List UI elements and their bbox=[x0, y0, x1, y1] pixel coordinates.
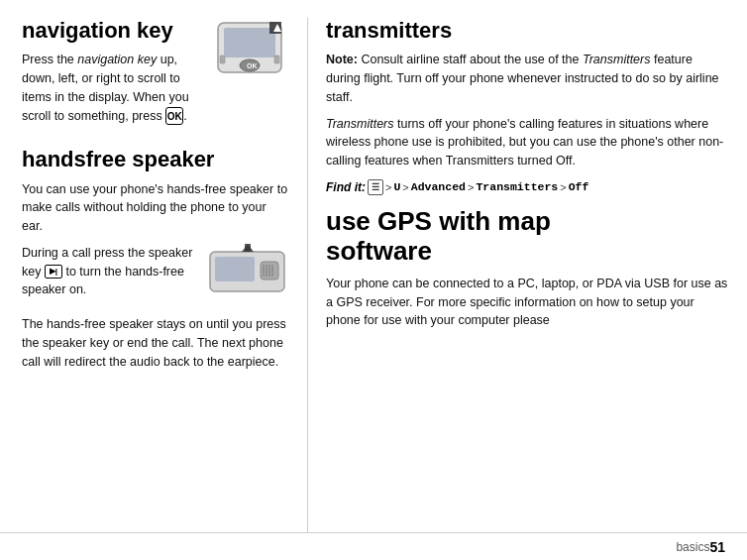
arrow4: > bbox=[560, 179, 566, 197]
nav-key-para-prefix: Press the bbox=[22, 53, 77, 66]
nav-key-section: navigation key Press the navigation key … bbox=[22, 18, 289, 133]
svg-rect-9 bbox=[215, 257, 255, 281]
page-label: basics bbox=[676, 540, 709, 554]
transmitters-title: transmitters bbox=[326, 18, 729, 43]
find-it-u: U bbox=[393, 178, 400, 196]
find-it-transmitters: Transmitters bbox=[476, 178, 558, 196]
note-para: Note: Consult airline staff about the us… bbox=[326, 51, 729, 106]
svg-rect-1 bbox=[224, 28, 275, 57]
speaker-key-icon: ▶| bbox=[45, 265, 62, 279]
transmitters-italic1: Transmitters bbox=[583, 53, 651, 66]
nav-key-para: Press the navigation key up, down, left,… bbox=[22, 51, 200, 125]
gps-title: use GPS with map software bbox=[326, 207, 729, 267]
handsfree-para1: You can use your phone's hands-free spea… bbox=[22, 180, 289, 236]
nav-key-italic: navigation key bbox=[77, 53, 157, 66]
svg-text:OK: OK bbox=[247, 62, 258, 69]
arrow2: > bbox=[402, 179, 408, 197]
nav-key-title: navigation key bbox=[22, 18, 200, 43]
bottom-bar: basics 51 bbox=[0, 532, 747, 560]
menu-icon: ☰ bbox=[368, 179, 383, 195]
find-it-label: Find it: bbox=[326, 178, 366, 197]
right-column: transmitters Note: Consult airline staff… bbox=[307, 18, 747, 550]
speaker-block: During a call press the speaker key ▶| t… bbox=[22, 244, 289, 307]
note-text1: Consult airline staff about the use of t… bbox=[358, 53, 583, 66]
nav-key-image: OK bbox=[210, 18, 289, 77]
svg-marker-16 bbox=[242, 244, 254, 252]
speaker-image bbox=[205, 244, 289, 298]
nav-key-text-block: navigation key Press the navigation key … bbox=[22, 18, 200, 133]
find-it-off: Off bbox=[569, 178, 589, 196]
ok-icon: OK bbox=[165, 107, 183, 125]
speaker-para1: During a call press the speaker key ▶| t… bbox=[22, 244, 195, 299]
speaker-text-block: During a call press the speaker key ▶| t… bbox=[22, 244, 195, 307]
arrow3: > bbox=[468, 179, 474, 197]
handsfree-title: handsfree speaker bbox=[22, 147, 289, 171]
nav-key-period: . bbox=[183, 109, 186, 123]
left-column: navigation key Press the navigation key … bbox=[0, 18, 307, 550]
gps-title-line2: software bbox=[326, 236, 432, 266]
gps-title-line1: use GPS with map bbox=[326, 206, 551, 236]
arrow1: > bbox=[385, 179, 391, 197]
find-it-line: Find it: ☰ > U > Advanced > Transmitters… bbox=[326, 178, 729, 197]
handsfree-para2: The hands-free speaker stays on until yo… bbox=[22, 315, 289, 371]
find-it-advanced: Advanced bbox=[411, 178, 466, 196]
gps-para: Your phone can be connected to a PC, lap… bbox=[326, 275, 729, 330]
page-number: 51 bbox=[709, 539, 725, 555]
gps-section: use GPS with map software Your phone can… bbox=[326, 207, 729, 330]
nav-key-svg: OK bbox=[210, 18, 289, 77]
trans-para2: Transmitters turns off your phone's call… bbox=[326, 115, 729, 170]
handsfree-section: handsfree speaker You can use your phone… bbox=[22, 147, 289, 371]
note-label: Note: bbox=[326, 53, 358, 66]
speaker-svg bbox=[205, 244, 289, 298]
transmitters-section: transmitters Note: Consult airline staff… bbox=[326, 18, 729, 197]
transmitters-italic2: Transmitters bbox=[326, 117, 394, 131]
svg-rect-6 bbox=[220, 56, 225, 63]
svg-rect-7 bbox=[274, 56, 279, 63]
